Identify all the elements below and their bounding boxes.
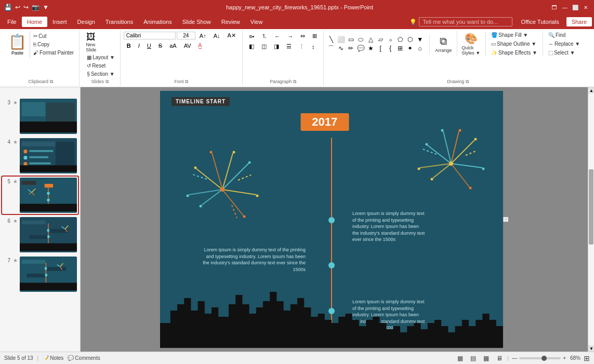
shape-fill-button[interactable]: 🪣 Shape Fill ▼ xyxy=(489,31,539,39)
menu-review[interactable]: Review xyxy=(216,17,245,27)
columns-button[interactable]: ⋮ xyxy=(296,42,308,51)
paragraph-expand-icon[interactable]: ⧉ xyxy=(293,79,296,84)
reading-view-button[interactable]: ▩ xyxy=(481,354,491,362)
window-controls[interactable]: 🗖 — ⬜ ✕ xyxy=(550,3,590,11)
format-painter-button[interactable]: 🖌 Format Painter xyxy=(31,49,76,57)
office-tutorials-label[interactable]: Office Tutorials xyxy=(521,19,559,25)
slide-item-4[interactable]: 4 ★ xyxy=(2,137,78,174)
convert-smartart-button[interactable]: ⊞ xyxy=(309,32,320,41)
restore-icon[interactable]: 🗖 xyxy=(550,3,559,11)
shape-arrow[interactable]: ⬜ xyxy=(337,35,345,44)
align-center-button[interactable]: ◫ xyxy=(258,42,270,51)
slides-expand-icon[interactable]: ⧉ xyxy=(105,79,109,84)
cut-button[interactable]: ✂ Cut xyxy=(31,32,76,40)
menu-home[interactable]: Home xyxy=(22,17,47,27)
strikethrough-button[interactable]: S xyxy=(155,42,165,50)
slide-thumbnail-6[interactable] xyxy=(20,217,77,252)
normal-view-button[interactable]: ▦ xyxy=(455,354,465,362)
shape-brace[interactable]: { xyxy=(386,44,394,52)
shape-rect[interactable]: ▭ xyxy=(347,35,355,44)
menu-slideshow[interactable]: Slide Show xyxy=(177,17,216,27)
shape-outline-button[interactable]: ▭ Shape Outline ▼ xyxy=(489,40,539,48)
italic-button[interactable]: I xyxy=(135,42,143,50)
slide-item-6[interactable]: 6 ★ xyxy=(2,216,78,253)
menu-view[interactable]: View xyxy=(245,17,268,27)
arrange-button[interactable]: ⧉ Arrange xyxy=(433,34,454,54)
underline-button[interactable]: U xyxy=(144,42,154,50)
clipboard-expand-icon[interactable]: ⧉ xyxy=(50,79,53,84)
shape-oval[interactable]: ⬭ xyxy=(357,35,365,44)
shape-callout[interactable]: 💬 xyxy=(357,44,365,52)
quick-styles-button[interactable]: 🎨 QuickStyles ▼ xyxy=(459,31,482,57)
menu-file[interactable]: File xyxy=(2,17,22,27)
copy-button[interactable]: ⎘ Copy xyxy=(31,41,76,48)
section-button[interactable]: § Section ▼ xyxy=(85,70,117,78)
justify-button[interactable]: ☰ xyxy=(283,42,295,51)
maximize-button[interactable]: ⬜ xyxy=(571,3,579,11)
zoom-in-button[interactable]: + xyxy=(563,355,566,361)
shape-misc3[interactable]: ⌂ xyxy=(416,44,424,52)
menu-design[interactable]: Design xyxy=(72,17,100,27)
scroll-down-button[interactable]: ▼ xyxy=(588,345,594,352)
shape-pentagon[interactable]: ⬠ xyxy=(396,35,404,44)
zoom-thumb[interactable] xyxy=(542,356,547,361)
line-spacing-button[interactable]: ↕ xyxy=(309,43,318,51)
scroll-up-button[interactable]: ▲ xyxy=(588,87,594,93)
zoom-control[interactable]: — + 68% xyxy=(512,355,580,361)
zoom-track[interactable] xyxy=(519,357,561,359)
shape-line[interactable]: ╲ xyxy=(327,35,335,44)
shape-more[interactable]: ▼ xyxy=(416,35,424,44)
clear-format-button[interactable]: A✕ xyxy=(225,31,239,40)
align-left-button[interactable]: ◧ xyxy=(246,42,257,51)
comments-button[interactable]: 💬 Comments xyxy=(68,355,100,361)
bullets-button[interactable]: ≡• xyxy=(246,32,257,41)
share-button[interactable]: Share xyxy=(566,17,592,26)
font-name-input[interactable] xyxy=(124,32,176,39)
shape-bracket[interactable]: [ xyxy=(376,44,385,52)
new-slide-button[interactable]: 🖼 NewSlide xyxy=(83,31,99,53)
increase-font-button[interactable]: A↑ xyxy=(196,32,209,40)
slide-thumbnail-4[interactable] xyxy=(20,138,77,173)
font-color-button[interactable]: A̲ xyxy=(195,41,205,50)
shape-misc1[interactable]: ⊞ xyxy=(396,44,404,52)
indent-decrease-button[interactable]: ← xyxy=(271,32,283,41)
shape-misc2[interactable]: ✦ xyxy=(406,44,414,52)
char-spacing-button[interactable]: AV xyxy=(181,42,194,50)
slide-sorter-button[interactable]: ▤ xyxy=(468,354,478,362)
search-input[interactable] xyxy=(419,17,512,26)
shape-effects-button[interactable]: ✨ Shape Effects ▼ xyxy=(489,49,539,57)
save-icon[interactable]: 💾 xyxy=(4,4,12,11)
font-size-input[interactable] xyxy=(177,32,195,39)
fit-slide-button[interactable]: ⊞ xyxy=(584,354,590,362)
decrease-font-button[interactable]: A↓ xyxy=(210,32,223,40)
slide-item-5[interactable]: 5 ★ xyxy=(2,177,78,214)
shape-parallelogram[interactable]: ▱ xyxy=(376,35,385,44)
right-collapse-handle[interactable]: › xyxy=(503,217,508,222)
indent-increase-button[interactable]: → xyxy=(284,32,296,41)
right-scrollbar[interactable]: ▲ ▼ xyxy=(588,87,594,352)
replace-button[interactable]: ↔ Replace ▼ xyxy=(546,40,582,48)
shape-star[interactable]: ★ xyxy=(366,44,375,52)
find-button[interactable]: 🔍 Find xyxy=(546,31,582,39)
slide-thumbnail-5[interactable] xyxy=(20,178,77,213)
numbering-button[interactable]: ⒈ xyxy=(258,31,270,41)
slide-item-3[interactable]: 3 ★ xyxy=(2,98,78,135)
scroll-thumb[interactable] xyxy=(589,169,593,245)
notes-button[interactable]: 📝 Notes xyxy=(43,355,63,361)
menu-insert[interactable]: Insert xyxy=(47,17,72,27)
slide-canvas[interactable]: TIMELINE START 2017 Lorem Ipsum is simpl… xyxy=(160,91,503,348)
shape-diamond[interactable]: ⬦ xyxy=(386,35,394,44)
zoom-level[interactable]: 68% xyxy=(570,355,580,361)
slideshow-button[interactable]: 🖥 xyxy=(494,354,505,362)
minimize-button[interactable]: — xyxy=(561,3,569,11)
shape-arc[interactable]: ⌒ xyxy=(327,44,335,52)
shape-freeform[interactable]: ✏ xyxy=(347,44,355,52)
menu-transitions[interactable]: Transitions xyxy=(100,17,138,27)
redo-icon[interactable]: ↪ xyxy=(23,4,29,11)
smallcaps-button[interactable]: aA xyxy=(166,42,179,50)
slide-thumbnail-3[interactable] xyxy=(20,99,77,134)
bold-button[interactable]: B xyxy=(124,42,134,50)
text-direction-button[interactable]: ⇔ xyxy=(297,32,308,41)
shape-hexagon[interactable]: ⬡ xyxy=(406,35,414,44)
undo-icon[interactable]: ↩ xyxy=(15,4,20,11)
